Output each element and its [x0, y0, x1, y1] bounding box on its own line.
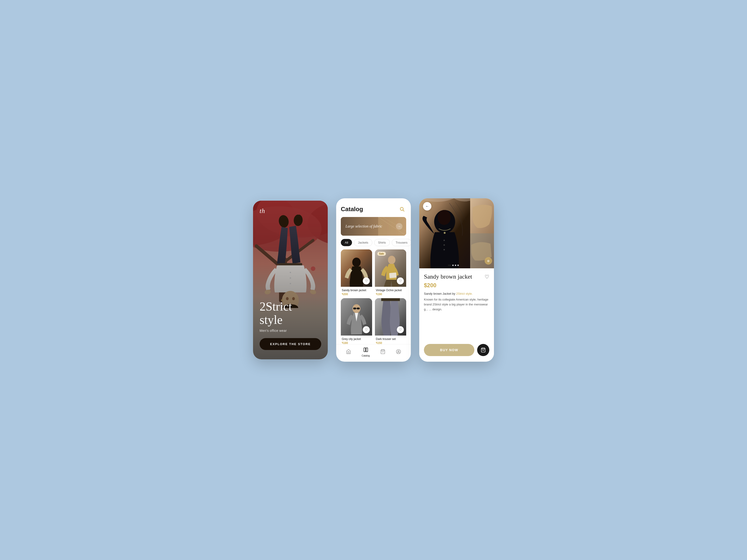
nav-catalog[interactable]: Catalog: [362, 347, 369, 357]
tab-trousers[interactable]: Trousers: [392, 239, 411, 246]
detail-description-brand: Sandy brown Jacket by 2Strict style.: [424, 292, 489, 295]
explore-store-button[interactable]: EXPLORE THE STORE: [260, 338, 321, 350]
product-image-4: ♡: [375, 298, 406, 336]
product-info-3: Grey city jacket $180: [341, 336, 372, 344]
wishlist-btn-3[interactable]: ♡: [363, 326, 370, 333]
back-button[interactable]: ←: [423, 202, 431, 211]
brand-logo: th: [260, 207, 265, 215]
buy-now-button[interactable]: BUY NOW: [424, 344, 474, 356]
product-info-1: Sandy brown jacket $200: [341, 287, 372, 295]
svg-point-36: [388, 256, 395, 264]
detail-wishlist-btn[interactable]: ♡: [485, 274, 489, 280]
profile-icon: [396, 349, 401, 355]
add-to-cart-button[interactable]: [477, 344, 489, 356]
catalog-banner[interactable]: Large selection of fabric →: [341, 217, 406, 236]
product-price-1: $200: [342, 293, 371, 295]
products-grid: ♡ Sandy brown jacket $200: [336, 249, 411, 344]
svg-point-49: [398, 350, 399, 352]
product-card-3[interactable]: ♡ Grey city jacket $180: [341, 298, 372, 344]
product-info-4: Dark trouser set $150: [375, 336, 406, 344]
detail-title-row: Sandy brown jacket ♡: [424, 273, 489, 280]
product-price-2: $190: [376, 293, 405, 295]
svg-rect-37: [389, 272, 396, 278]
svg-point-56: [438, 210, 451, 225]
wishlist-btn-4[interactable]: ♡: [397, 326, 404, 333]
hero-subtitle: Men's office wear: [260, 329, 321, 332]
nav-cart[interactable]: [380, 349, 385, 355]
svg-point-54: [443, 244, 445, 246]
dot-4: [457, 265, 459, 266]
detail-description-text: Known for its collegiate American style,…: [424, 297, 489, 312]
product-price-4: $150: [376, 341, 405, 344]
category-tabs: All Jackets Shirts Trousers Suits: [336, 236, 411, 249]
bottom-navigation: Catalog: [336, 344, 411, 362]
svg-point-52: [444, 232, 446, 234]
svg-point-55: [443, 249, 445, 250]
product-info-2: Vintage Ochre jacket $190: [375, 287, 406, 295]
product-detail-content: Sandy brown jacket ♡ $200 Sandy brown Ja…: [419, 268, 494, 340]
product-image-2: Sale ♡: [375, 249, 406, 287]
product-name-3: Grey city jacket: [342, 338, 371, 341]
banner-text: Large selection of fabric: [345, 224, 382, 229]
image-dots: [448, 265, 459, 266]
product-price-3: $180: [342, 341, 371, 344]
dot-2: [452, 265, 454, 266]
product-name-2: Vintage Ochre jacket: [376, 289, 405, 292]
product-name-4: Dark trouser set: [376, 338, 405, 341]
screens-container: th 2Strict style Men's office wear EXPLO…: [253, 198, 494, 362]
tab-jackets[interactable]: Jackets: [354, 239, 372, 246]
detail-actions: BUY NOW: [419, 340, 494, 362]
nav-profile[interactable]: [396, 349, 401, 355]
product-image-1: ♡: [341, 249, 372, 287]
product-side-image-bottom: ⊕: [470, 233, 494, 268]
cart-icon: [380, 349, 385, 355]
hero-title: 2Strict style: [260, 300, 321, 326]
product-card-1[interactable]: ♡ Sandy brown jacket $200: [341, 249, 372, 295]
product-card-4[interactable]: ♡ Dark trouser set $150: [375, 298, 406, 344]
screen-3-product-detail: ←: [419, 198, 494, 362]
svg-point-53: [443, 240, 445, 241]
catalog-header: Catalog: [336, 198, 411, 217]
product-side-image-top: [470, 198, 494, 233]
nav-catalog-label: Catalog: [362, 354, 369, 357]
product-detail-images: ←: [419, 198, 494, 268]
wishlist-btn-2[interactable]: ♡: [397, 277, 404, 285]
svg-rect-44: [381, 298, 400, 301]
svg-rect-40: [353, 308, 356, 310]
banner-arrow[interactable]: →: [396, 223, 403, 230]
screen-2-catalog: Catalog: [336, 198, 411, 362]
svg-rect-45: [364, 348, 365, 352]
catalog-title: Catalog: [341, 206, 363, 213]
svg-line-28: [403, 210, 404, 211]
svg-point-34: [352, 258, 361, 267]
dot-3: [455, 265, 456, 266]
product-card-2[interactable]: Sale ♡ Vintage Ochre jacket $190: [375, 249, 406, 295]
svg-rect-46: [366, 348, 367, 352]
screen-1-landing: th 2Strict style Men's office wear EXPLO…: [253, 201, 328, 359]
svg-rect-41: [357, 308, 360, 310]
catalog-icon: [363, 347, 368, 353]
sale-badge-2: Sale: [377, 252, 386, 256]
detail-product-name: Sandy brown jacket: [424, 273, 485, 280]
dot-1: [448, 265, 451, 266]
zoom-button[interactable]: ⊕: [485, 257, 492, 265]
tab-all[interactable]: All: [341, 239, 352, 246]
nav-home[interactable]: [346, 349, 351, 355]
brand-link[interactable]: 2Strict style.: [456, 292, 473, 295]
detail-price: $200: [424, 282, 489, 289]
product-side-images: ⊕: [470, 198, 494, 268]
screen-1-content: 2Strict style Men's office wear EXPLORE …: [253, 295, 328, 359]
product-image-3: ♡: [341, 298, 372, 336]
tab-shirts[interactable]: Shirts: [374, 239, 390, 246]
product-main-image: ←: [419, 198, 470, 268]
product-name-1: Sandy brown jacket: [342, 289, 371, 292]
home-icon: [346, 349, 351, 355]
wishlist-btn-1[interactable]: ♡: [363, 277, 370, 285]
search-button[interactable]: [398, 205, 406, 213]
